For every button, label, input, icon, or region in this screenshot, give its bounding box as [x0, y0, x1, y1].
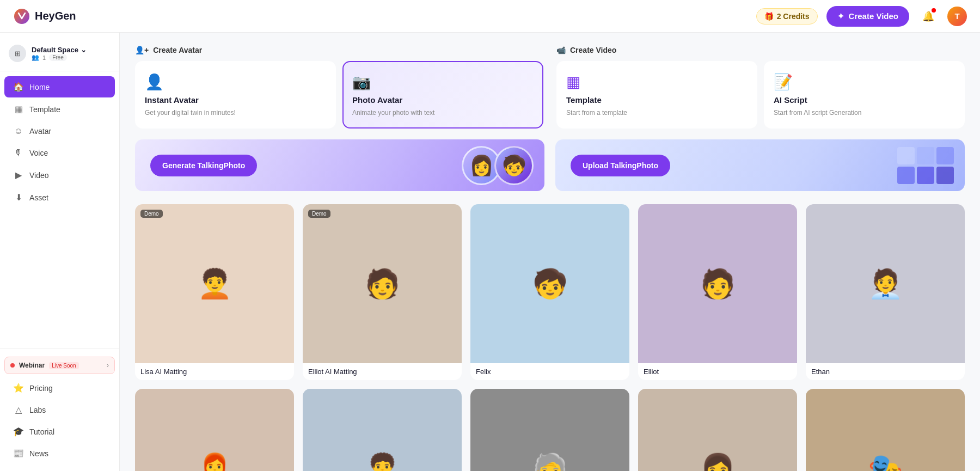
sidebar-nav-home[interactable]: 🏠 Home: [4, 76, 115, 97]
create-sections-row: 👤+ Create Avatar 👤 Instant Avatar Get yo…: [135, 46, 965, 129]
template-card-icon: ▦: [566, 73, 748, 91]
photo-avatar-desc: Animate your photo with text: [352, 109, 534, 117]
avatar-card-harry[interactable]: 🧓 Harry: [470, 389, 629, 471]
workspace-info: Default Space ⌄ 👥 1 Free: [32, 46, 111, 61]
topnav-actions: 🎁 2 Credits ✦ Create Video 🔔 T: [756, 6, 967, 27]
notifications-button[interactable]: 🔔: [918, 6, 939, 27]
avatar-card-felix[interactable]: 🧒 Felix: [470, 204, 629, 380]
generate-talkingphoto-banner[interactable]: Generate TalkingPhoto 👩 🧒: [135, 139, 544, 191]
avatar-face: 🧑‍🦱: [303, 389, 462, 471]
notification-dot: [932, 8, 936, 13]
sidebar-nav-news[interactable]: 📰 News: [4, 443, 115, 464]
gift-icon: 🎁: [764, 12, 774, 21]
avatar-card-lisa-ai[interactable]: 🧑‍🦱 Demo Lisa AI Matting: [135, 204, 294, 380]
plan-badge: Free: [49, 54, 67, 61]
ai-script-card[interactable]: 📝 AI Script Start from AI script Generat…: [764, 61, 965, 129]
voice-icon: 🎙: [13, 148, 24, 158]
instant-avatar-card[interactable]: 👤 Instant Avatar Get your digital twin i…: [135, 61, 336, 129]
avatar-face: 👩‍🦰: [135, 389, 294, 471]
create-video-button[interactable]: ✦ Create Video: [826, 6, 909, 27]
sidebar-nav-pricing[interactable]: ⭐ Pricing: [4, 377, 115, 399]
sidebar-nav-avatar[interactable]: ☺ Avatar: [4, 121, 115, 142]
top-navigation: HeyGen 🎁 2 Credits ✦ Create Video 🔔 T: [0, 0, 980, 33]
svg-point-0: [14, 9, 29, 24]
avatar-face: 🎭: [806, 389, 965, 471]
credits-label: 2 Credits: [777, 12, 810, 21]
avatar-card-ethan[interactable]: 🧑‍💼 Ethan: [806, 204, 965, 380]
avatar-card-elliot[interactable]: 🧑 Elliot: [638, 204, 797, 380]
avatar-card-lisa[interactable]: 👩 Lisa: [638, 389, 797, 471]
avatar-card-liam[interactable]: 🧑‍🦱 Liam: [303, 389, 462, 471]
video-icon: ▶: [13, 170, 24, 180]
member-icon: 👥: [32, 54, 39, 61]
create-avatar-section: 👤+ Create Avatar 👤 Instant Avatar Get yo…: [135, 46, 543, 129]
avatar-grid: 🧑‍🦱 Demo Lisa AI Matting 🧑 Demo Elliot A…: [135, 204, 965, 471]
webinar-arrow-icon: ›: [107, 362, 109, 369]
avatar-face: 🧑‍🦱: [135, 204, 294, 363]
avatar-img-elliot-ai: 🧑 Demo: [303, 204, 462, 363]
user-avatar[interactable]: T: [947, 7, 967, 26]
avatar-card-elliot-ai[interactable]: 🧑 Demo Elliot AI Matting: [303, 204, 462, 380]
sidebar-nav-template[interactable]: ▦ Template: [4, 99, 115, 120]
webinar-badge: Live Soon: [49, 362, 78, 369]
brand-name: HeyGen: [35, 10, 76, 22]
logo-section: HeyGen: [13, 8, 76, 25]
avatar-img-elliot: 🧑: [638, 204, 797, 363]
sidebar-nav-voice[interactable]: 🎙 Voice: [4, 143, 115, 163]
avatar-face: 🧑: [303, 204, 462, 363]
avatar-face: 🧑: [638, 204, 797, 363]
avatar-img-harry: 🧓: [470, 389, 629, 471]
webinar-live-dot: [10, 363, 15, 368]
avatar-name-elliot-ai: Elliot AI Matting: [303, 363, 462, 380]
sidebar-nav-video[interactable]: ▶ Video: [4, 164, 115, 186]
credits-button[interactable]: 🎁 2 Credits: [756, 8, 818, 25]
avatar-name-ethan: Ethan: [806, 363, 965, 380]
template-icon: ▦: [13, 104, 24, 114]
sidebar-nav-labs[interactable]: △ Labs: [4, 399, 115, 420]
avatar-face: 👩: [638, 389, 797, 471]
asset-icon: ⬇: [13, 192, 24, 203]
tutorial-icon: 🎓: [13, 426, 24, 437]
avatar-face: 🧒: [470, 204, 629, 363]
webinar-banner[interactable]: Webinar Live Soon ›: [4, 357, 115, 374]
sidebar: ⊞ Default Space ⌄ 👥 1 Free 🏠 Home ▦ Temp…: [0, 33, 120, 471]
workspace-section[interactable]: ⊞ Default Space ⌄ 👥 1 Free: [0, 39, 119, 71]
avatar-icon: ☺: [13, 126, 24, 136]
avatar-card-shakespeare[interactable]: 🎭 Shakespeare: [806, 389, 965, 471]
template-card-title: Template: [566, 95, 748, 105]
chevron-down-icon: ⌄: [81, 46, 87, 54]
video-create-icon: 📹: [556, 46, 566, 54]
workspace-icon: ⊞: [9, 45, 26, 62]
workspace-meta: 👥 1 Free: [32, 54, 111, 61]
sidebar-nav-asset[interactable]: ⬇ Asset: [4, 187, 115, 208]
demo-badge: Demo: [140, 210, 163, 218]
avatar-img-liam: 🧑‍🦱: [303, 389, 462, 471]
generate-talkingphoto-button[interactable]: Generate TalkingPhoto: [150, 155, 257, 176]
photo-avatar-card[interactable]: 📷 Photo Avatar Animate your photo with t…: [342, 61, 543, 129]
create-avatar-title: 👤+ Create Avatar: [135, 46, 543, 54]
ai-script-title: AI Script: [774, 95, 955, 105]
instant-avatar-icon: 👤: [145, 73, 326, 91]
labs-icon: △: [13, 405, 24, 415]
banner-avatar-2: 🧒: [494, 146, 534, 185]
action-banners-row: Generate TalkingPhoto 👩 🧒 Upload Talking…: [135, 139, 965, 191]
avatar-name-lisa-ai: Lisa AI Matting: [135, 363, 294, 380]
avatar-name-felix: Felix: [470, 363, 629, 380]
person-add-icon: 👤+: [135, 46, 149, 54]
avatar-img-shakespeare: 🎭: [806, 389, 965, 471]
demo-badge: Demo: [308, 210, 330, 218]
upload-talkingphoto-button[interactable]: Upload TalkingPhoto: [571, 155, 670, 176]
ai-script-icon: 📝: [774, 73, 955, 91]
avatar-img-ethan: 🧑‍💼: [806, 204, 965, 363]
avatar-cards-row: 👤 Instant Avatar Get your digital twin i…: [135, 61, 543, 129]
pricing-icon: ⭐: [13, 383, 24, 393]
upload-talkingphoto-banner[interactable]: Upload TalkingPhoto: [555, 139, 965, 191]
avatar-img-lisa: 👩: [638, 389, 797, 471]
sidebar-nav-tutorial[interactable]: 🎓 Tutorial: [4, 421, 115, 442]
create-icon: ✦: [837, 11, 844, 21]
ai-script-desc: Start from AI script Generation: [774, 109, 955, 117]
create-video-section: 📹 Create Video ▦ Template Start from a t…: [556, 46, 965, 129]
avatar-card-olivia[interactable]: 👩‍🦰 Olivia: [135, 389, 294, 471]
template-card[interactable]: ▦ Template Start from a template: [556, 61, 757, 129]
workspace-name: Default Space ⌄: [32, 46, 111, 54]
